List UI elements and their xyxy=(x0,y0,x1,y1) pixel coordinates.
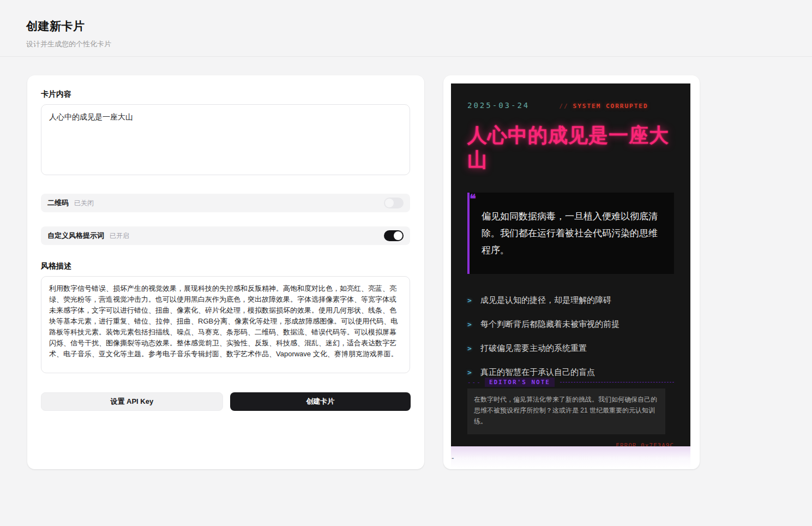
qr-code-label: 二维码 xyxy=(47,198,69,208)
set-api-key-button[interactable]: 设置 API Key xyxy=(41,392,223,411)
error-code: ERROR 0x7F3A9C xyxy=(467,442,674,446)
bullet-item: > 打破偏见需要主动的系统重置 xyxy=(467,343,674,354)
generated-card-preview: 2025-03-24 //SYSTEM CORRUPTED 人心中的成见是一座大… xyxy=(451,83,690,446)
qr-code-status: 已关闭 xyxy=(74,199,94,208)
bullet-text: 真正的智慧在于承认自己的盲点 xyxy=(480,367,595,378)
card-bottom-glow xyxy=(451,446,690,468)
chevron-right-icon: > xyxy=(467,296,480,304)
card-preview-panel: 2025-03-24 //SYSTEM CORRUPTED 人心中的成见是一座大… xyxy=(443,75,700,469)
custom-style-switch[interactable] xyxy=(384,230,404,241)
chevron-right-icon: > xyxy=(467,344,480,352)
card-date: 2025-03-24 xyxy=(467,101,530,110)
editors-note-section: --- EDITOR'S NOTE 在数字时代，偏见算法化带来了新的挑战。我们如… xyxy=(467,378,674,446)
chevron-right-icon: > xyxy=(467,368,480,376)
editors-note-text: 在数字时代，偏见算法化带来了新的挑战。我们如何确保自己的思维不被预设程序所控制？… xyxy=(474,394,659,427)
page-subtitle: 设计并生成您的个性化卡片 xyxy=(26,39,111,49)
create-card-button[interactable]: 创建卡片 xyxy=(230,392,411,411)
card-quote-block: ❝ 偏见如同数据病毒，一旦植入便难以彻底清除。我们都在运行着被社会代码污染的思维… xyxy=(467,193,674,274)
quote-text: 偏见如同数据病毒，一旦植入便难以彻底清除。我们都在运行着被社会代码污染的思维程序… xyxy=(482,208,663,259)
qr-code-switch[interactable] xyxy=(384,198,404,208)
style-description-input[interactable] xyxy=(41,276,410,373)
quote-mark-icon: ❝ xyxy=(470,193,476,205)
page-title: 创建新卡片 xyxy=(26,19,111,34)
switch-knob xyxy=(385,199,394,207)
system-corrupted-tag: //SYSTEM CORRUPTED xyxy=(559,103,648,110)
card-content-input[interactable] xyxy=(41,104,410,175)
page-header: 创建新卡片 设计并生成您的个性化卡片 xyxy=(26,19,111,49)
switch-knob xyxy=(394,231,402,240)
custom-style-label: 自定义风格提示词 xyxy=(47,231,104,241)
stray-dash-text: - xyxy=(452,454,454,462)
custom-style-toggle-row: 自定义风格提示词 已开启 xyxy=(41,226,410,245)
editors-note-box: 在数字时代，偏见算法化带来了新的挑战。我们如何确保自己的思维不被预设程序所控制？… xyxy=(467,388,665,434)
header-divider xyxy=(0,56,812,57)
slashes-glyph: // xyxy=(559,103,568,110)
bullet-text: 成见是认知的捷径，却是理解的障碍 xyxy=(480,295,611,306)
bullet-item: > 成见是认知的捷径，却是理解的障碍 xyxy=(467,295,674,306)
bullet-item: > 真正的智慧在于承认自己的盲点 xyxy=(467,367,674,378)
dashes-glyph: --- xyxy=(467,379,482,386)
bullet-text: 每个判断背后都隐藏着未被审视的前提 xyxy=(480,319,619,330)
editors-note-header: --- EDITOR'S NOTE xyxy=(467,378,674,387)
style-description-label: 风格描述 xyxy=(41,261,411,271)
bullet-text: 打破偏见需要主动的系统重置 xyxy=(480,343,587,354)
custom-style-status: 已开启 xyxy=(110,231,129,241)
qr-code-toggle-row: 二维码 已关闭 xyxy=(41,194,410,212)
bullet-item: > 每个判断背后都隐藏着未被审视的前提 xyxy=(467,319,674,330)
content-label: 卡片内容 xyxy=(41,89,411,99)
card-form-panel: 卡片内容 二维码 已关闭 自定义风格提示词 已开启 风格描述 设置 API Ke… xyxy=(27,75,424,469)
chevron-right-icon: > xyxy=(467,320,480,328)
card-bullet-list: > 成见是认知的捷径，却是理解的障碍 > 每个判断背后都隐藏着未被审视的前提 >… xyxy=(467,295,674,378)
editors-note-label: EDITOR'S NOTE xyxy=(485,378,555,387)
dashed-line xyxy=(560,382,674,382)
card-title: 人心中的成见是一座大山 xyxy=(467,123,674,172)
